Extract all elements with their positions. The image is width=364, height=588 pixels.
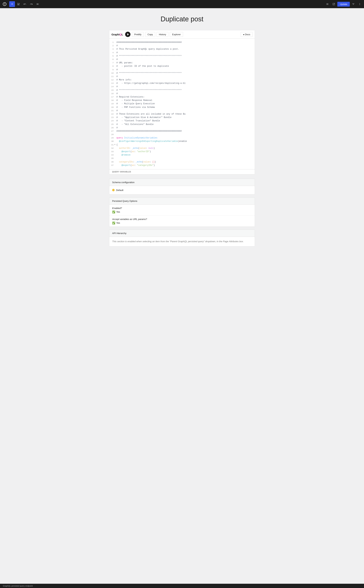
code-line: 3 # This Persisted GraphQL query duplica…: [109, 47, 255, 51]
api-hierarchy-panel: API Hierarchy This section is enabled wh…: [109, 230, 255, 247]
main-content: Duplicate post GraphiQL Prettify Copy Hi…: [106, 8, 258, 260]
code-line: 36 categoryIDs: _echo(value: []): [109, 160, 255, 164]
code-line: 26 #: [109, 126, 255, 130]
code-line: 21 #: [109, 109, 255, 113]
api-hierarchy-body: This section is enabled when selecting a…: [109, 237, 255, 246]
code-line: 5 # ************************************…: [109, 54, 255, 58]
code-line: 17 # Required Extensions:: [109, 95, 255, 99]
history-button[interactable]: History: [156, 32, 168, 37]
code-line: 23 # - "Application Glue & Automator" Bu…: [109, 116, 255, 119]
wp-logo[interactable]: [1, 1, 8, 7]
schema-configuration-panel: Schema configuration Default: [109, 179, 255, 194]
play-button[interactable]: [125, 32, 130, 37]
code-line: 12 # More info:: [109, 78, 255, 82]
code-line: 19 # - Multiple Query Execution: [109, 102, 255, 106]
code-editor[interactable]: 1 ######################################…: [109, 39, 255, 169]
code-line: 33 @export(as: "authorID"): [109, 150, 255, 154]
graphiql-logo: GraphiQL: [111, 33, 123, 36]
accept-vars-value: ✅ Yes: [112, 221, 252, 224]
query-variables-bar[interactable]: QUERY VARIABLES: [109, 169, 255, 174]
schema-config-header: Schema configuration: [109, 179, 255, 186]
code-line: 37 @export(as: "categoryIDs"): [109, 164, 255, 167]
undo-button[interactable]: [22, 2, 28, 7]
docs-chevron-icon: ◂: [243, 33, 244, 36]
code-line: 34 @remove: [109, 154, 255, 157]
more-options-button[interactable]: [357, 2, 363, 7]
code-line: 9 #: [109, 68, 255, 72]
code-line: 31 ▼ {: [109, 143, 255, 147]
docs-button[interactable]: ◂ Docs: [241, 32, 253, 37]
api-hierarchy-header: API Hierarchy: [109, 230, 255, 237]
accept-vars-check-icon: ✅: [112, 221, 115, 224]
enabled-label: Enabled?: [112, 207, 252, 209]
code-line: 13 # - https://gatographql.com/recipes/d…: [109, 82, 255, 85]
code-line: 14 #: [109, 85, 255, 88]
code-line: 11 #: [109, 75, 255, 78]
code-line: 1 ######################################…: [109, 41, 255, 44]
status-label: GraphQL persisted query endpoint: [3, 585, 33, 587]
enabled-option-row: Enabled? ✅ Yes: [109, 205, 255, 216]
code-line: 32 authorID: _echo(value: null): [109, 147, 255, 150]
redo-button[interactable]: [28, 2, 34, 7]
default-schema-icon: [112, 189, 115, 191]
code-line: 35: [109, 157, 255, 160]
top-toolbar: + Update: [0, 0, 364, 8]
code-line: 7 # URL params:: [109, 61, 255, 65]
status-bar: GraphQL persisted query endpoint: [0, 584, 364, 588]
enabled-value: ✅ Yes: [112, 211, 252, 213]
view-button[interactable]: [325, 2, 330, 7]
accept-vars-text: Yes: [116, 221, 120, 224]
code-line: 10 # ***********************************…: [109, 72, 255, 75]
graphiql-block: GraphiQL Prettify Copy History Explorer …: [109, 30, 255, 174]
code-line: 27 #####################################…: [109, 130, 255, 133]
persisted-query-options-panel: Persisted Query Options Enabled? ✅ Yes A…: [109, 197, 255, 227]
schema-default-label: Default: [116, 189, 123, 192]
code-line: 29 query InitializeDynamicVariables: [109, 136, 255, 140]
preview-button[interactable]: [331, 2, 337, 7]
update-button[interactable]: Update: [337, 2, 350, 7]
code-line: 20 # - PHP Functions via Schema: [109, 106, 255, 109]
code-line: 24 # - "Content Translation" Bundle: [109, 119, 255, 123]
accept-vars-option-row: Accept variables as URL params? ✅ Yes: [109, 216, 255, 227]
schema-default-row: Default: [112, 189, 252, 192]
code-line: 25 # - "All Extensions" Bundle: [109, 123, 255, 126]
code-line: 22 # These Extensions are all included i…: [109, 113, 255, 116]
tools-button[interactable]: [16, 2, 21, 7]
settings-sidebar-button[interactable]: [351, 2, 356, 7]
code-line: 8 # - postId: ID of the post to duplicat…: [109, 65, 255, 68]
code-line: 28: [109, 133, 255, 136]
code-line: 18 # - Field Response Removal: [109, 99, 255, 102]
code-line: 30 @configureWarningsOnExportingDuplicat…: [109, 140, 255, 143]
code-line: 15 # ***********************************…: [109, 89, 255, 92]
prettify-button[interactable]: Prettify: [132, 32, 144, 37]
page-title: Duplicate post: [109, 15, 255, 23]
accept-vars-label: Accept variables as URL params?: [112, 218, 252, 220]
persisted-options-header: Persisted Query Options: [109, 198, 255, 205]
copy-button[interactable]: Copy: [145, 32, 155, 37]
code-line: 2 #: [109, 44, 255, 47]
enabled-check-icon: ✅: [112, 211, 115, 213]
list-view-button[interactable]: [35, 2, 40, 7]
code-line: 6 #: [109, 58, 255, 61]
enabled-text: Yes: [116, 211, 120, 213]
graphiql-header: GraphiQL Prettify Copy History Explorer …: [109, 30, 255, 39]
add-block-button[interactable]: +: [9, 1, 15, 7]
schema-config-body: Default: [109, 186, 255, 194]
explorer-button[interactable]: Explorer: [170, 32, 183, 37]
code-line: 4 #: [109, 51, 255, 54]
toolbar-right: Update: [325, 2, 363, 7]
code-line: 16 #: [109, 92, 255, 95]
